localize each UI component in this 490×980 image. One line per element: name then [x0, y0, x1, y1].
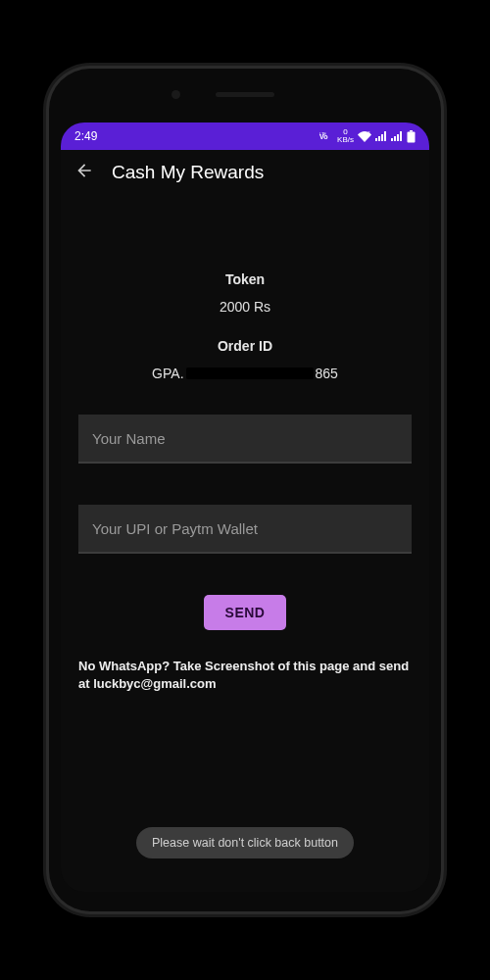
signal-icon-2	[391, 131, 403, 141]
svg-text:LTE: LTE	[319, 131, 326, 136]
order-id-prefix: GPA.	[152, 366, 183, 381]
phone-speaker	[216, 92, 274, 97]
token-label: Token	[78, 271, 412, 287]
status-icons: VoLTE 0 KB/s 6	[319, 128, 416, 144]
phone-frame: 2:49 VoLTE 0 KB/s 6 Cash My Rewards Toke…	[49, 69, 441, 911]
upi-field-wrap	[78, 505, 412, 554]
token-value: 2000 Rs	[78, 299, 412, 315]
screen: 2:49 VoLTE 0 KB/s 6 Cash My Rewards Toke…	[61, 122, 429, 892]
svg-rect-4	[408, 131, 416, 142]
phone-power-button	[443, 265, 447, 323]
svg-rect-3	[410, 130, 413, 132]
back-icon[interactable]	[74, 161, 94, 184]
status-bar: 2:49 VoLTE 0 KB/s 6	[61, 122, 429, 150]
toast-message: Please wait don't click back button	[136, 827, 354, 858]
phone-camera	[172, 90, 180, 99]
help-text: No WhatsApp? Take Screenshot of this pag…	[78, 658, 412, 693]
battery-icon	[407, 130, 416, 143]
page-title: Cash My Rewards	[112, 162, 264, 183]
network-speed: 0 KB/s	[337, 128, 354, 144]
wifi-icon: 6	[358, 131, 371, 142]
main-content: Token 2000 Rs Order ID GPA. 865 SEND No …	[61, 271, 429, 693]
name-input[interactable]	[78, 415, 412, 464]
name-field-wrap	[78, 415, 412, 464]
signal-icon-1	[375, 131, 387, 141]
status-time: 2:49	[74, 129, 97, 143]
svg-text:6: 6	[368, 131, 370, 136]
upi-input[interactable]	[78, 505, 412, 554]
phone-volume-button	[443, 363, 447, 412]
send-button[interactable]: SEND	[204, 595, 287, 630]
app-bar: Cash My Rewards	[61, 150, 429, 195]
order-id-suffix: 865	[316, 366, 338, 381]
order-id-label: Order ID	[78, 338, 412, 354]
volte-icon: VoLTE	[319, 131, 333, 141]
order-id-redacted	[186, 368, 314, 379]
order-id-value: GPA. 865	[78, 366, 412, 381]
